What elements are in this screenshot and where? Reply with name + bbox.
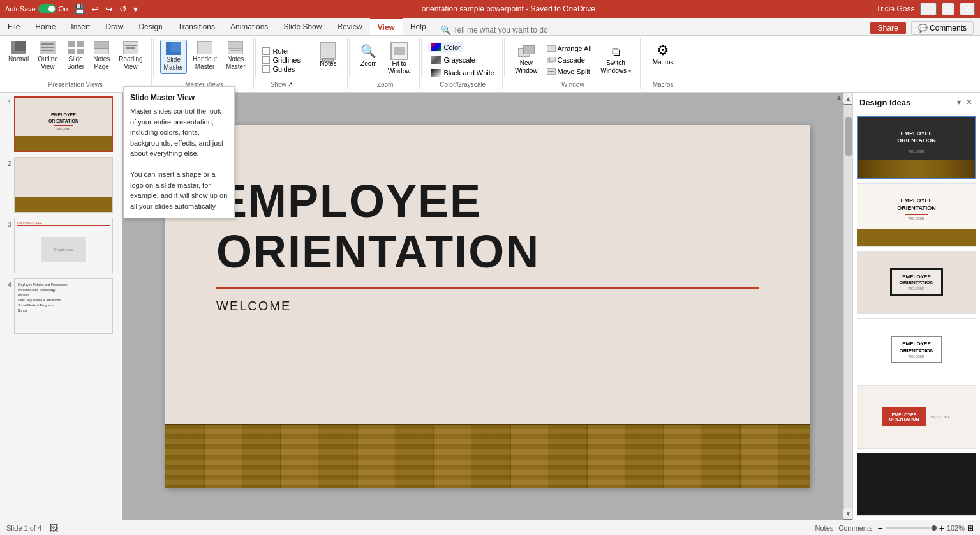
slide-sorter-icon bbox=[68, 41, 84, 54]
btn-color[interactable]: Color bbox=[428, 42, 463, 52]
tab-view[interactable]: View bbox=[370, 18, 403, 35]
tab-transitions[interactable]: Transitions bbox=[170, 18, 223, 35]
group-color-grayscale: Color Grayscale Black and White Color/Gr… bbox=[423, 38, 502, 89]
design-idea-4[interactable]: EMPLOYEEORIENTATION WELCOME bbox=[857, 318, 976, 381]
btn-switch-windows[interactable]: ⧉ SwitchWindows ▾ bbox=[597, 43, 634, 77]
scroll-thumb-vert[interactable] bbox=[845, 117, 852, 156]
notes-icon bbox=[320, 42, 336, 60]
zoom-in-btn[interactable]: + bbox=[939, 523, 944, 533]
group-master-views: SlideMaster HandoutMaster bbox=[155, 38, 255, 89]
minimize-button[interactable]: — bbox=[920, 3, 937, 15]
slide-thumb-1[interactable]: 1 EMPLOYEEORIENTATION WELCOME bbox=[3, 95, 119, 153]
scroll-up-btn[interactable]: ▲ bbox=[843, 93, 852, 105]
btn-notes-page[interactable]: NotesPage bbox=[90, 40, 113, 73]
slide-thumb-3[interactable]: 3 PARADECK, LLC Employees bbox=[3, 216, 119, 275]
guides-checkbox[interactable]: Guides bbox=[262, 65, 300, 73]
show-dialog-button[interactable]: ↗ bbox=[288, 81, 293, 87]
comments-status-btn[interactable]: Comments bbox=[838, 524, 872, 532]
di1-title: EMPLOYEEORIENTATION bbox=[897, 130, 936, 145]
slide-info-icon[interactable]: 🖼 bbox=[49, 523, 58, 533]
notes-status-btn[interactable]: Notes bbox=[815, 524, 834, 532]
tab-review[interactable]: Review bbox=[329, 18, 369, 35]
tab-insert[interactable]: Insert bbox=[63, 18, 98, 35]
design-ideas-close[interactable]: ✕ bbox=[965, 96, 974, 108]
separator-6 bbox=[504, 38, 505, 77]
tab-draw[interactable]: Draw bbox=[98, 18, 131, 35]
group-pv-label: Presentation Views bbox=[48, 81, 103, 88]
zoom-out-btn[interactable]: − bbox=[877, 523, 882, 533]
gridlines-checkbox[interactable]: Gridlines bbox=[262, 56, 300, 64]
btn-black-white[interactable]: Black and White bbox=[428, 68, 496, 78]
autosave-toggle[interactable] bbox=[38, 4, 56, 13]
di-light-2: EMPLOYEEORIENTATION WELCOME bbox=[858, 184, 976, 246]
btn-outline-view[interactable]: OutlineView bbox=[34, 40, 61, 73]
slide4-item3: Benefits bbox=[18, 292, 68, 298]
fit-page-btn[interactable]: ⊞ bbox=[967, 524, 974, 532]
slide-img-4: Employee Policies and Procedures Personn… bbox=[14, 278, 113, 334]
slide3-img-label: Employees bbox=[54, 248, 73, 252]
btn-zoom[interactable]: 🔍 Zoom bbox=[356, 40, 382, 70]
design-ideas-dropdown[interactable]: ▾ bbox=[956, 96, 962, 108]
undo-redo-group: 💾 ↩ ↪ ↺ ▾ bbox=[71, 3, 140, 15]
scroll-up-arrow[interactable]: ▲ bbox=[836, 94, 842, 101]
btn-notes-master[interactable]: NotesMaster bbox=[223, 40, 249, 73]
btn-grayscale[interactable]: Grayscale bbox=[428, 55, 478, 65]
zoom-slider[interactable] bbox=[886, 527, 937, 529]
share-button[interactable]: Share bbox=[870, 22, 906, 34]
repeat-button[interactable]: ↺ bbox=[117, 3, 130, 15]
slide3-img-area: Employees bbox=[17, 226, 110, 270]
maximize-button[interactable]: □ bbox=[942, 3, 954, 15]
design-idea-1[interactable]: EMPLOYEEORIENTATION WELCOME bbox=[857, 116, 976, 179]
user-name: Tricia Goss bbox=[876, 4, 914, 13]
slide-thumb-4[interactable]: 4 Employee Policies and Procedures Perso… bbox=[3, 277, 119, 335]
btn-normal-view[interactable]: Normal bbox=[5, 40, 32, 65]
ruler-checkbox[interactable]: Ruler bbox=[262, 47, 300, 55]
tab-design[interactable]: Design bbox=[131, 18, 170, 35]
tab-help[interactable]: Help bbox=[403, 18, 434, 35]
tab-file[interactable]: File bbox=[0, 18, 27, 35]
slide-main-content: EMPLOYEE ORIENTATION WELCOME bbox=[216, 176, 759, 313]
tab-animations[interactable]: Animations bbox=[223, 18, 276, 35]
btn-slide-sorter[interactable]: SlideSorter bbox=[64, 40, 87, 73]
btn-handout-master[interactable]: HandoutMaster bbox=[189, 40, 220, 73]
close-button[interactable]: ✕ bbox=[960, 3, 975, 15]
btn-slide-master[interactable]: SlideMaster bbox=[160, 40, 188, 74]
btn-macros[interactable]: ⚙ Macros bbox=[649, 40, 678, 69]
redo-button[interactable]: ↪ bbox=[103, 3, 115, 15]
btn-notes[interactable]: Notes bbox=[316, 40, 340, 70]
title-bar-left: AutoSave On 💾 ↩ ↪ ↺ ▾ bbox=[5, 3, 140, 15]
group-zoom-label: Zoom bbox=[377, 81, 394, 88]
notes-master-icon bbox=[228, 41, 243, 54]
zoom-area: − + 102% ⊞ bbox=[877, 523, 974, 533]
design-idea-5[interactable]: EMPLOYEEORIENTATION WELCOME bbox=[857, 385, 976, 448]
tab-slideshow[interactable]: Slide Show bbox=[276, 18, 329, 35]
undo-button[interactable]: ↩ bbox=[89, 3, 101, 15]
btn-cascade[interactable]: Cascade bbox=[544, 55, 595, 65]
tab-home[interactable]: Home bbox=[27, 18, 63, 35]
tooltip-title: Slide Master View bbox=[130, 93, 228, 102]
zoom-label: Zoom bbox=[360, 60, 377, 68]
more-button[interactable]: ▾ bbox=[131, 3, 140, 15]
btn-reading-view[interactable]: ReadingView bbox=[115, 40, 145, 73]
slide-thumb-2[interactable]: 2 bbox=[3, 156, 119, 214]
design-idea-3[interactable]: EMPLOYEEORIENTATION WELCOME bbox=[857, 251, 976, 314]
notes-master-label: NotesMaster bbox=[226, 56, 246, 71]
btn-arrange-all[interactable]: Arrange All bbox=[544, 43, 595, 54]
save-button[interactable]: 💾 bbox=[71, 3, 87, 15]
design-idea-6[interactable] bbox=[857, 453, 976, 516]
separator-2 bbox=[255, 38, 256, 77]
btn-fit-to-window[interactable]: Fit toWindow bbox=[384, 40, 415, 78]
vertical-scrollbar[interactable]: ▲ ▼ bbox=[843, 93, 852, 520]
reading-view-icon bbox=[123, 41, 138, 54]
comments-button[interactable]: 💬 Comments bbox=[911, 21, 974, 35]
reading-view-label: ReadingView bbox=[119, 56, 142, 71]
outline-view-label: OutlineView bbox=[38, 56, 58, 71]
search-input[interactable] bbox=[454, 26, 581, 34]
color-icon bbox=[431, 43, 441, 51]
move-split-icon bbox=[547, 68, 556, 75]
btn-new-window[interactable]: NewWindow bbox=[511, 43, 542, 77]
btn-move-split[interactable]: Move Split bbox=[544, 66, 595, 77]
group-macros: ⚙ Macros Macros bbox=[644, 38, 683, 89]
design-idea-2[interactable]: EMPLOYEEORIENTATION WELCOME bbox=[857, 183, 976, 246]
scroll-down-btn[interactable]: ▼ bbox=[843, 508, 852, 520]
